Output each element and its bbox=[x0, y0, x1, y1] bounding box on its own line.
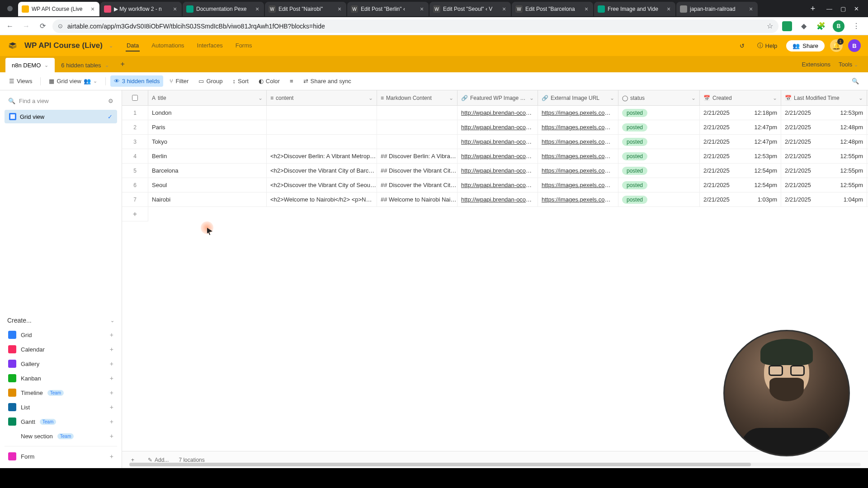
row-number[interactable]: 5 bbox=[122, 164, 148, 178]
cell-markdown[interactable]: ## Discover the Vibrant Cit… bbox=[377, 178, 458, 192]
row-number[interactable]: 4 bbox=[122, 149, 148, 163]
maximize-button[interactable]: ▢ bbox=[840, 5, 846, 12]
cell-created[interactable]: 2/21/202512:54pm bbox=[700, 178, 781, 192]
base-name[interactable]: WP API Course (Live) bbox=[24, 41, 103, 50]
cell-markdown[interactable]: ## Welcome to Nairobi Nai… bbox=[377, 192, 458, 206]
cell-modified[interactable]: 2/21/20251:04pm bbox=[781, 192, 867, 206]
cell-content[interactable]: <h2>Discover the Vibrant City of Seou… bbox=[267, 178, 377, 192]
plus-icon[interactable]: + bbox=[110, 432, 113, 440]
table-row[interactable]: 5 Barcelona <h2>Discover the Vibrant Cit… bbox=[122, 164, 868, 178]
cell-external[interactable]: https://images.pexels.com/... bbox=[538, 149, 618, 163]
plus-icon[interactable]: + bbox=[110, 375, 113, 382]
tab-close-icon[interactable]: × bbox=[254, 6, 260, 12]
cell-external[interactable]: https://images.pexels.com/... bbox=[538, 106, 618, 120]
tab-close-icon[interactable]: × bbox=[501, 6, 507, 12]
cell-content[interactable]: <h2>Discover the Vibrant City of Barc… bbox=[267, 164, 377, 178]
cell-content[interactable]: <h2>Discover Berlin: A Vibrant Metrop… bbox=[267, 149, 377, 163]
create-list-item[interactable]: List+ bbox=[5, 400, 117, 414]
cell-title[interactable]: Seoul bbox=[148, 178, 267, 192]
row-height-button[interactable]: ≡ bbox=[286, 75, 297, 87]
plus-icon[interactable]: + bbox=[110, 418, 113, 425]
cell-markdown[interactable] bbox=[377, 120, 458, 134]
cell-modified[interactable]: 2/21/202512:48pm bbox=[781, 135, 867, 149]
cell-status[interactable]: posted bbox=[618, 149, 700, 163]
extensions-button[interactable]: Extensions bbox=[802, 61, 830, 68]
browser-tab[interactable]: Free Image and Vide× bbox=[594, 2, 675, 16]
chevron-down-icon[interactable]: ⌄ bbox=[44, 62, 48, 68]
cell-modified[interactable]: 2/21/202512:53pm bbox=[781, 106, 867, 120]
back-button[interactable]: ← bbox=[4, 20, 16, 33]
color-button[interactable]: ◐ Color bbox=[255, 75, 283, 87]
plus-icon[interactable]: + bbox=[110, 360, 113, 367]
col-header-title[interactable]: A title⌄ bbox=[148, 90, 267, 105]
sidebar-view-grid[interactable]: Grid view ✓ bbox=[5, 110, 117, 123]
hidden-tables-button[interactable]: 6 hidden tables ⌄ bbox=[55, 58, 115, 72]
cell-created[interactable]: 2/21/202512:54pm bbox=[700, 164, 781, 178]
nav-data[interactable]: Data bbox=[126, 40, 140, 52]
cell-external[interactable]: https://images.pexels.com/... bbox=[538, 120, 618, 134]
tab-close-icon[interactable]: × bbox=[583, 6, 590, 12]
cell-content[interactable] bbox=[267, 120, 377, 134]
user-avatar[interactable]: B bbox=[848, 39, 861, 52]
sort-button[interactable]: ↕ Sort bbox=[229, 75, 252, 87]
nav-forms[interactable]: Forms bbox=[235, 40, 253, 52]
cell-featured[interactable]: http://wpapi.brendan-ocon... bbox=[458, 192, 538, 206]
col-header-external[interactable]: 🔗 External Image URL⌄ bbox=[538, 90, 618, 105]
cell-created[interactable]: 2/21/202512:47pm bbox=[700, 135, 781, 149]
create-gallery-item[interactable]: Gallery+ bbox=[5, 357, 117, 371]
col-header-created[interactable]: 📅 Created⌄ bbox=[700, 90, 781, 105]
cell-featured[interactable]: http://wpapi.brendan-ocon... bbox=[458, 135, 538, 149]
site-info-icon[interactable]: ⊙ bbox=[58, 23, 63, 29]
find-view-input[interactable]: 🔍 Find a view ⚙ bbox=[5, 95, 117, 107]
cell-title[interactable]: Tokyo bbox=[148, 135, 267, 149]
views-toggle-button[interactable]: ☰ Views bbox=[5, 75, 36, 87]
chrome-menu-icon[interactable]: ⋮ bbox=[851, 21, 862, 32]
plus-icon[interactable]: + bbox=[110, 453, 113, 460]
tab-close-icon[interactable]: × bbox=[419, 6, 425, 12]
cell-featured[interactable]: http://wpapi.brendan-ocon... bbox=[458, 164, 538, 178]
create-grid-item[interactable]: Grid+ bbox=[5, 328, 117, 342]
help-button[interactable]: ⓘ Help bbox=[754, 40, 781, 52]
create-new-section-item[interactable]: New sectionTeam+ bbox=[5, 429, 117, 443]
browser-tab[interactable]: WEdit Post "Barcelona× bbox=[512, 2, 593, 16]
cell-created[interactable]: 2/21/202512:53pm bbox=[700, 149, 781, 163]
reload-button[interactable]: ⟳ bbox=[36, 20, 49, 33]
add-row-button[interactable]: + bbox=[122, 207, 148, 221]
plus-icon[interactable]: + bbox=[110, 331, 113, 338]
create-section-header[interactable]: Create... ⌄ bbox=[5, 313, 117, 328]
browser-tab[interactable]: WEdit Post "Seoul" ‹ V× bbox=[429, 2, 511, 16]
airtable-logo-icon[interactable] bbox=[7, 40, 18, 51]
table-row[interactable]: 7 Nairobi <h2>Welcome to Nairobi</h2> <p… bbox=[122, 192, 868, 207]
tab-close-icon[interactable]: × bbox=[336, 6, 343, 12]
col-header-featured[interactable]: 🔗 Featured WP Image …⌄ bbox=[458, 90, 538, 105]
select-all-checkbox[interactable] bbox=[132, 95, 138, 101]
cell-content[interactable] bbox=[267, 135, 377, 149]
create-form-item[interactable]: Form + bbox=[5, 449, 117, 464]
create-calendar-item[interactable]: Calendar+ bbox=[5, 342, 117, 357]
cell-modified[interactable]: 2/21/202512:55pm bbox=[781, 164, 867, 178]
tools-button[interactable]: Tools ⌄ bbox=[839, 61, 858, 68]
row-number[interactable]: 7 bbox=[122, 192, 148, 206]
bookmark-star-icon[interactable]: ☆ bbox=[767, 22, 773, 30]
col-header-markdown[interactable]: ≡ Markdown Content⌄ bbox=[377, 90, 458, 105]
cell-content[interactable] bbox=[267, 106, 377, 120]
table-row[interactable]: 1 London http://wpapi.brendan-ocon... ht… bbox=[122, 106, 868, 120]
row-select-header[interactable] bbox=[122, 90, 148, 105]
col-header-content[interactable]: ≡ content⌄ bbox=[267, 90, 377, 105]
plus-icon[interactable]: + bbox=[110, 346, 113, 353]
cell-markdown[interactable]: ## Discover the Vibrant Cit… bbox=[377, 164, 458, 178]
cell-markdown[interactable] bbox=[377, 135, 458, 149]
extension-icon-2[interactable]: ◆ bbox=[798, 21, 809, 32]
browser-tab[interactable]: ▶ My workflow 2 - n× bbox=[100, 2, 182, 16]
browser-tab[interactable]: Documentation Pexe× bbox=[183, 2, 264, 16]
cell-status[interactable]: posted bbox=[618, 135, 700, 149]
table-row[interactable]: 2 Paris http://wpapi.brendan-ocon... htt… bbox=[122, 120, 868, 135]
profile-avatar[interactable]: B bbox=[833, 20, 844, 32]
cell-status[interactable]: posted bbox=[618, 178, 700, 192]
table-row[interactable]: 6 Seoul <h2>Discover the Vibrant City of… bbox=[122, 178, 868, 192]
row-number[interactable]: 6 bbox=[122, 178, 148, 192]
extensions-puzzle-icon[interactable]: 🧩 bbox=[816, 21, 826, 32]
row-number[interactable]: 3 bbox=[122, 135, 148, 149]
table-row[interactable]: 4 Berlin <h2>Discover Berlin: A Vibrant … bbox=[122, 149, 868, 164]
hidden-fields-button[interactable]: 👁 3 hidden fields bbox=[110, 75, 164, 87]
